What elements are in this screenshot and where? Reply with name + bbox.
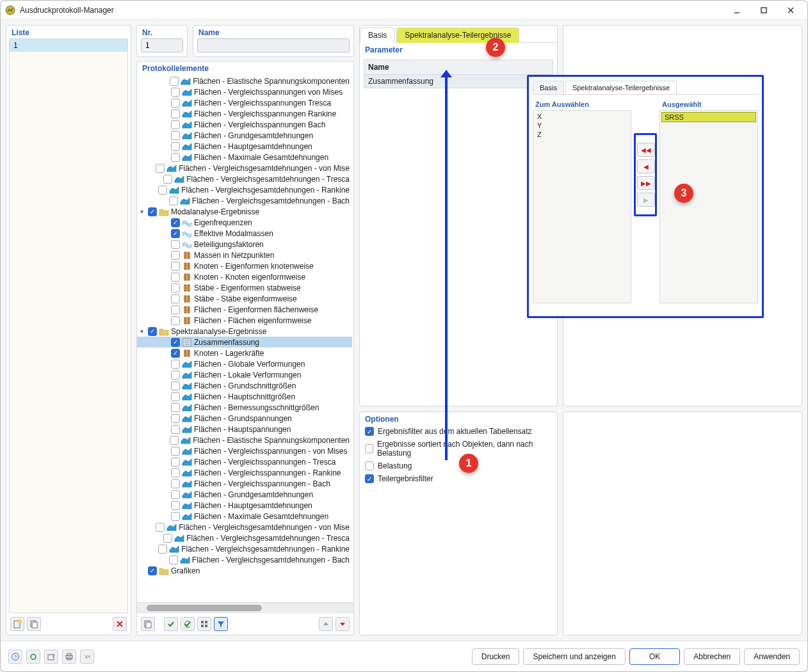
tree-checkbox[interactable] — [171, 360, 180, 369]
tree-row[interactable]: Flächen - Grundspannungen — [137, 413, 352, 424]
close-button[interactable] — [778, 3, 804, 18]
tree-checkbox[interactable] — [171, 479, 180, 488]
overlay-right-list[interactable]: SRSS — [659, 110, 758, 303]
tree-checkbox[interactable] — [171, 447, 180, 456]
export-button[interactable] — [44, 650, 58, 664]
tree-row[interactable]: Stäbe - Stäbe eigenformweise — [137, 293, 352, 304]
tree-row[interactable]: Flächen - Vergleichsspannungen Bach — [137, 119, 352, 130]
tree-checkbox[interactable] — [171, 305, 180, 314]
tree-row[interactable]: Flächen - Vergleichsspannungen von Mises — [137, 86, 352, 97]
tree-checkbox[interactable] — [171, 229, 180, 238]
copy-item-button[interactable] — [27, 617, 41, 631]
tree-checkbox[interactable] — [163, 175, 172, 184]
list-settings-button[interactable] — [197, 617, 211, 631]
tree-row[interactable]: Flächen - Vergleichsgesamtdehnungen - Ba… — [137, 195, 352, 206]
tree-checkbox[interactable] — [156, 523, 165, 532]
tree-checkbox[interactable] — [171, 142, 180, 151]
tree-row[interactable]: Flächen - Vergleichsgesamtdehnungen - Tr… — [137, 532, 352, 543]
overlay-left-item[interactable]: Z — [535, 130, 629, 139]
tree-checkbox[interactable] — [171, 131, 180, 140]
move-right-button[interactable]: ▶ — [637, 193, 655, 207]
tree-checkbox[interactable] — [171, 381, 180, 390]
list-item[interactable]: 1 — [10, 39, 127, 52]
tree-checkbox[interactable] — [171, 273, 180, 282]
tree-row[interactable]: Flächen - Vergleichsspannungen - Tresca — [137, 456, 352, 467]
tree-checkbox[interactable] — [156, 164, 165, 173]
nr-input[interactable] — [141, 38, 183, 52]
tree-checkbox[interactable] — [158, 545, 167, 554]
tree-checkbox[interactable] — [171, 425, 180, 434]
tree-row[interactable]: Flächen - Vergleichsspannungen - Rankine — [137, 467, 352, 478]
help-button[interactable]: ? — [8, 650, 22, 664]
tree-checkbox[interactable] — [171, 490, 180, 499]
select-refresh-button[interactable] — [181, 617, 195, 631]
tree-checkbox[interactable] — [170, 77, 179, 86]
tree-row[interactable]: Flächen - Globale Verformungen — [137, 358, 352, 369]
tree-checkbox[interactable] — [169, 196, 178, 205]
tree-row[interactable]: Flächen - Grundschnittgrößen — [137, 380, 352, 391]
ok-button[interactable]: OK — [629, 648, 680, 665]
tree-checkbox[interactable] — [171, 262, 180, 271]
tree-row[interactable]: Eigenfrequenzen — [137, 217, 352, 228]
tree-row[interactable]: Zusammenfassung — [137, 337, 352, 348]
move-down-button[interactable] — [335, 617, 350, 631]
print-preview-button[interactable] — [62, 650, 76, 664]
tree-row[interactable]: Flächen - Vergleichsgesamtdehnungen - Ra… — [137, 184, 352, 195]
tree-row[interactable]: Beteiligungsfaktoren — [137, 239, 352, 250]
tree-checkbox[interactable] — [171, 338, 180, 347]
tree-row[interactable]: Grafiken — [137, 565, 352, 576]
tree-checkbox[interactable] — [170, 436, 179, 445]
overlay-left-item[interactable]: Y — [535, 121, 629, 130]
tree-row[interactable]: Flächen - Grundgesamtdehnungen — [137, 130, 352, 141]
expand-toggle[interactable]: ▾ — [137, 208, 146, 215]
tree-row[interactable]: Stäbe - Eigenformen stabweise — [137, 282, 352, 293]
opt-filter-checkbox[interactable] — [365, 427, 374, 436]
move-all-left-button[interactable]: ◀◀ — [637, 143, 655, 157]
select-all-button[interactable] — [164, 617, 178, 631]
tree-checkbox[interactable] — [171, 284, 180, 292]
tree-row[interactable]: Flächen - Maximale Gesamtdehnungen — [137, 152, 352, 163]
paste-button[interactable] — [141, 617, 155, 631]
opt-sort-checkbox[interactable] — [365, 444, 373, 453]
tree-row[interactable]: Flächen - Vergleichsspannungen Rankine — [137, 108, 352, 119]
tree-row[interactable]: Massen in Netzpunkten — [137, 250, 352, 260]
tree-row[interactable]: Effektive Modalmassen — [137, 228, 352, 239]
tree-row[interactable]: Flächen - Hauptspannungen — [137, 424, 352, 435]
tree-checkbox[interactable] — [171, 468, 180, 477]
tree-checkbox[interactable] — [171, 349, 180, 358]
overlay-right-item[interactable]: SRSS — [661, 112, 756, 122]
filter-toggle-button[interactable] — [214, 617, 228, 631]
tree-row[interactable]: Flächen - Hauptgesamtdehnungen — [137, 141, 352, 152]
name-input[interactable] — [197, 38, 350, 52]
tree-checkbox[interactable] — [171, 109, 180, 118]
tree-checkbox[interactable] — [171, 88, 180, 97]
tree-row[interactable]: Flächen - Vergleichsspannungen - Bach — [137, 478, 352, 489]
tree-row[interactable]: Flächen - Maximale Gesamtdehnungen — [137, 511, 352, 522]
tree-row[interactable]: Flächen - Vergleichsgesamtdehnungen - Ba… — [137, 554, 352, 565]
overlay-tab-basis[interactable]: Basis — [533, 81, 564, 94]
tree-row[interactable]: Flächen - Flächen eigenformweise — [137, 315, 352, 326]
tree-row[interactable]: Flächen - Vergleichsspannungen Tresca — [137, 97, 352, 108]
tree-h-scrollbar[interactable] — [137, 602, 353, 612]
apply-button[interactable]: Anwenden — [744, 648, 800, 665]
protocol-tree[interactable]: Flächen - Elastische Spannungskomponente… — [137, 74, 353, 602]
tree-checkbox[interactable] — [171, 99, 180, 108]
tree-checkbox[interactable] — [171, 316, 180, 325]
tree-checkbox[interactable] — [171, 501, 180, 510]
tree-checkbox[interactable] — [171, 403, 180, 412]
tree-checkbox[interactable] — [169, 556, 178, 564]
cancel-button[interactable]: Abbrechen — [684, 648, 740, 665]
tree-checkbox[interactable] — [171, 512, 180, 521]
maximize-button[interactable] — [751, 3, 777, 18]
tree-row[interactable]: ▾Modalanalyse-Ergebnisse — [137, 206, 352, 217]
tree-row[interactable]: Flächen - Vergleichsspannungen - von Mis… — [137, 445, 352, 456]
tree-checkbox[interactable] — [171, 120, 180, 129]
tree-checkbox[interactable] — [171, 414, 180, 423]
tree-checkbox[interactable] — [171, 371, 180, 380]
overlay-left-item[interactable]: X — [535, 112, 629, 121]
tree-row[interactable]: Flächen - Hauptgesamtdehnungen — [137, 500, 352, 511]
tree-row[interactable]: Flächen - Elastische Spannungskomponente… — [137, 435, 352, 445]
opt-partial-checkbox[interactable] — [365, 474, 374, 483]
tree-checkbox[interactable] — [163, 534, 172, 543]
tree-checkbox[interactable] — [148, 566, 157, 575]
